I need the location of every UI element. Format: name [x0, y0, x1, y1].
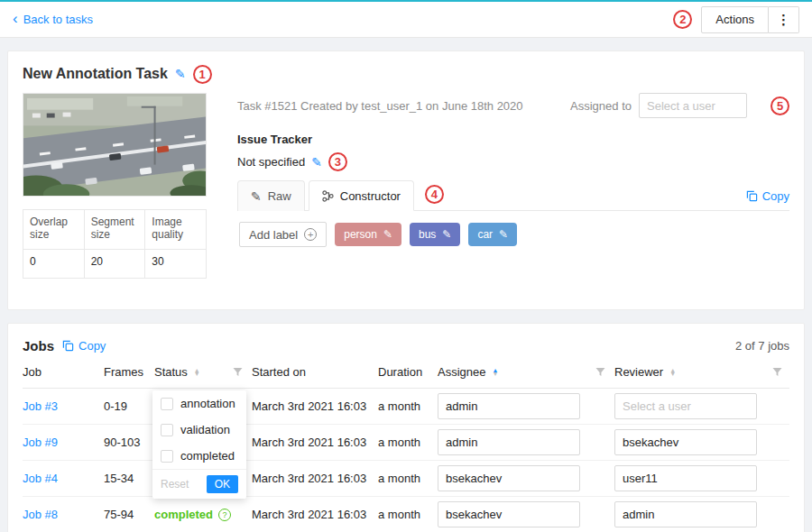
- table-row: Job #3 0-19 March 3rd 2021 16:03 a month: [23, 389, 789, 425]
- checkbox-icon[interactable]: [161, 450, 173, 463]
- labels-copy-label: Copy: [762, 189, 789, 203]
- label-badge-bus[interactable]: bus ✎: [410, 223, 460, 246]
- filter-ok-button[interactable]: OK: [207, 475, 238, 493]
- chevron-left-icon: ‹: [13, 11, 18, 26]
- status-sort-icon[interactable]: ▲▼: [194, 369, 200, 376]
- edit-label-person-icon[interactable]: ✎: [383, 228, 392, 241]
- col-assignee-header[interactable]: Assignee ▲▼: [438, 365, 614, 379]
- col-status: Status: [154, 365, 188, 379]
- question-circle-icon[interactable]: ?: [218, 509, 231, 521]
- filter-reset-button[interactable]: Reset: [161, 478, 189, 491]
- job-status: completed: [154, 508, 213, 521]
- assignee-input[interactable]: [438, 429, 580, 455]
- task-title: New Annotation Task: [23, 66, 168, 82]
- jobs-copy-link[interactable]: Copy: [62, 339, 106, 353]
- job-started: March 3rd 2021 16:03: [252, 472, 366, 485]
- reviewer-input[interactable]: [614, 501, 757, 527]
- edit-label-bus-icon[interactable]: ✎: [442, 228, 451, 241]
- checkbox-icon[interactable]: [161, 424, 173, 436]
- back-to-tasks-link[interactable]: ‹ Back to tasks: [13, 13, 93, 26]
- param-header-overlap: Overlap size: [23, 210, 85, 250]
- add-label-button[interactable]: Add label +: [239, 222, 327, 247]
- job-started: March 3rd 2021 16:03: [252, 508, 366, 521]
- label-badge-car[interactable]: car ✎: [468, 223, 517, 246]
- assignee-input[interactable]: [438, 393, 580, 419]
- job-duration: a month: [378, 399, 420, 413]
- task-assignee-input[interactable]: [639, 93, 747, 118]
- jobs-table-header: Job Frames Status ▲▼ Started on Duration…: [23, 356, 789, 389]
- job-duration: a month: [378, 508, 420, 521]
- param-header-quality: Image quality: [145, 210, 207, 250]
- labels-tab-bar: ✎ Raw Constructor 4: [237, 180, 789, 211]
- labels-list: Add label + person ✎ bus ✎ car ✎: [237, 211, 789, 258]
- label-bus-name: bus: [419, 228, 436, 241]
- add-label-text: Add label: [249, 228, 298, 242]
- tab-raw[interactable]: ✎ Raw: [237, 180, 305, 211]
- label-car-name: car: [477, 228, 493, 241]
- col-reviewer-header[interactable]: Reviewer ▲▼: [614, 365, 791, 379]
- assigned-to-label: Assigned to: [570, 99, 632, 113]
- table-row: Job #9 90-103 March 3rd 2021 16:03 a mon…: [23, 425, 789, 461]
- task-preview-image: [23, 93, 207, 197]
- param-header-segment: Segment size: [84, 210, 145, 250]
- actions-button[interactable]: Actions: [701, 6, 769, 33]
- reviewer-sort-icon[interactable]: ▲▼: [669, 369, 676, 376]
- job-link[interactable]: Job #9: [23, 436, 58, 449]
- edit-issue-tracker-icon[interactable]: ✎: [311, 155, 322, 170]
- edit-title-icon[interactable]: ✎: [175, 67, 186, 81]
- edit-label-car-icon[interactable]: ✎: [499, 228, 508, 241]
- filter-option-annotation[interactable]: annotation: [152, 390, 246, 417]
- table-row: Job #8 75-94 completed ? March 3rd 2021 …: [23, 497, 789, 532]
- job-frames: 90-103: [104, 436, 140, 449]
- job-link[interactable]: Job #4: [23, 472, 58, 485]
- status-filter-icon[interactable]: [233, 367, 243, 377]
- filter-option-validation[interactable]: validation: [152, 417, 246, 443]
- col-status-header[interactable]: Status ▲▼: [154, 365, 252, 379]
- assignee-input[interactable]: [438, 465, 580, 491]
- status-filter-dropdown: annotation validation completed Reset OK: [152, 390, 246, 499]
- job-link[interactable]: Job #3: [23, 399, 58, 413]
- reviewer-input[interactable]: [614, 429, 757, 455]
- param-value-quality: 30: [145, 250, 207, 279]
- col-started: Started on: [252, 365, 306, 379]
- col-assignee: Assignee: [438, 365, 485, 379]
- job-duration: a month: [378, 472, 420, 485]
- job-frames: 15-34: [104, 472, 134, 485]
- params-value-row: 0 20 30: [23, 250, 207, 279]
- actions-menu-button[interactable]: ⋮: [769, 6, 799, 33]
- annotation-5: 5: [770, 96, 789, 115]
- params-header-row: Overlap size Segment size Image quality: [23, 210, 207, 250]
- assignee-filter-icon[interactable]: [595, 367, 605, 377]
- jobs-copy-label: Copy: [78, 339, 106, 353]
- filter-option-label: annotation: [180, 397, 235, 410]
- param-value-overlap: 0: [23, 250, 85, 279]
- filter-option-completed[interactable]: completed: [152, 443, 246, 469]
- reviewer-input[interactable]: [614, 465, 757, 491]
- actions-label: Actions: [715, 13, 754, 26]
- annotation-1: 1: [193, 65, 212, 84]
- task-title-row: New Annotation Task ✎ 1: [23, 62, 789, 86]
- assignee-sort-icon[interactable]: ▲▼: [492, 369, 498, 376]
- checkbox-icon[interactable]: [161, 398, 173, 410]
- job-link[interactable]: Job #8: [23, 508, 58, 521]
- labels-editor: ✎ Raw Constructor 4: [237, 180, 789, 258]
- tab-constructor[interactable]: Constructor: [309, 180, 414, 211]
- task-preview-column: Overlap size Segment size Image quality …: [23, 93, 207, 279]
- jobs-title: Jobs: [23, 338, 54, 353]
- reviewer-input[interactable]: [614, 393, 757, 419]
- issue-tracker-value: Not specified: [237, 155, 305, 169]
- reviewer-filter-icon[interactable]: [772, 367, 782, 377]
- raw-edit-icon: ✎: [251, 189, 262, 204]
- job-started: March 3rd 2021 16:03: [252, 436, 366, 449]
- labels-copy-link[interactable]: Copy: [746, 189, 789, 203]
- label-person-name: person: [344, 228, 377, 241]
- assignee-input[interactable]: [438, 501, 580, 527]
- tab-constructor-label: Constructor: [340, 189, 401, 203]
- col-job: Job: [23, 365, 42, 379]
- label-badge-person[interactable]: person ✎: [335, 223, 401, 246]
- job-frames: 75-94: [104, 508, 134, 521]
- filter-option-label: completed: [180, 449, 235, 463]
- task-meta: Task #1521 Created by test_user_1 on Jun…: [237, 99, 563, 113]
- back-to-tasks-label: Back to tasks: [23, 13, 93, 26]
- copy-icon: [62, 340, 74, 352]
